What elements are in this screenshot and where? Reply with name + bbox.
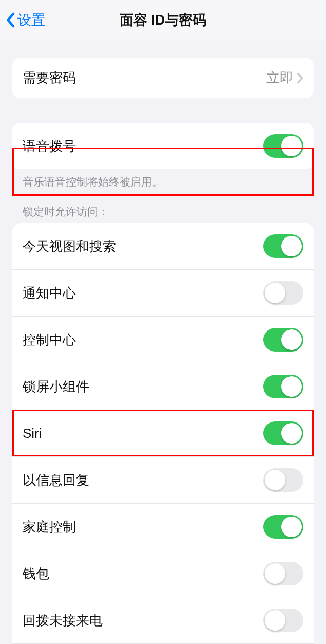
lock-access-header: 锁定时允许访问：: [23, 205, 303, 219]
lock-access-row: 锁屏小组件: [12, 363, 314, 410]
back-label: 设置: [17, 11, 45, 29]
voice-dial-group: 语音拨号: [12, 123, 314, 169]
lock-access-toggle[interactable]: [263, 421, 303, 445]
chevron-left-icon: [5, 12, 15, 28]
voice-dial-toggle[interactable]: [263, 134, 303, 158]
require-passcode-group: 需要密码 立即: [12, 58, 314, 98]
lock-access-group: 今天视图和搜索通知中心控制中心锁屏小组件Siri以信息回复家庭控制钱包回拨未接来…: [12, 223, 314, 644]
require-passcode-value: 立即: [266, 69, 293, 87]
lock-access-row: 通知中心: [12, 269, 314, 316]
lock-access-row: 以信息回复: [12, 456, 314, 503]
lock-access-toggle[interactable]: [263, 609, 303, 632]
require-passcode-row[interactable]: 需要密码 立即: [12, 58, 314, 98]
lock-access-toggle[interactable]: [263, 328, 303, 352]
lock-access-toggle[interactable]: [263, 468, 303, 492]
page-title: 面容 ID与密码: [0, 11, 326, 29]
back-button[interactable]: 设置: [5, 11, 45, 29]
lock-access-row: 控制中心: [12, 316, 314, 363]
lock-access-row: 家庭控制: [12, 503, 314, 550]
lock-access-label: Siri: [23, 426, 263, 441]
lock-access-label: 锁屏小组件: [23, 378, 263, 396]
voice-dial-footer: 音乐语音控制将始终被启用。: [23, 174, 303, 189]
lock-access-toggle[interactable]: [263, 562, 303, 585]
lock-access-label: 控制中心: [23, 331, 263, 349]
voice-dial-label: 语音拨号: [23, 137, 263, 155]
chevron-right-icon: [296, 72, 303, 84]
lock-access-label: 通知中心: [23, 284, 263, 302]
voice-dial-row: 语音拨号: [12, 123, 314, 169]
lock-access-row: 今天视图和搜索: [12, 223, 314, 269]
lock-access-label: 钱包: [23, 565, 263, 583]
lock-access-toggle[interactable]: [263, 281, 303, 305]
lock-access-label: 以信息回复: [23, 471, 263, 489]
lock-access-toggle[interactable]: [263, 375, 303, 398]
lock-access-label: 家庭控制: [23, 518, 263, 536]
lock-access-label: 回拨未接来电: [23, 612, 263, 630]
lock-access-row: 钱包: [12, 550, 314, 597]
lock-access-label: 今天视图和搜索: [23, 237, 263, 255]
lock-access-row: 回拨未接来电: [12, 597, 314, 643]
lock-access-toggle[interactable]: [263, 515, 303, 539]
lock-access-toggle[interactable]: [263, 234, 303, 258]
navbar: 设置 面容 ID与密码: [0, 0, 326, 40]
require-passcode-label: 需要密码: [23, 69, 266, 87]
lock-access-row: Siri: [12, 410, 314, 456]
